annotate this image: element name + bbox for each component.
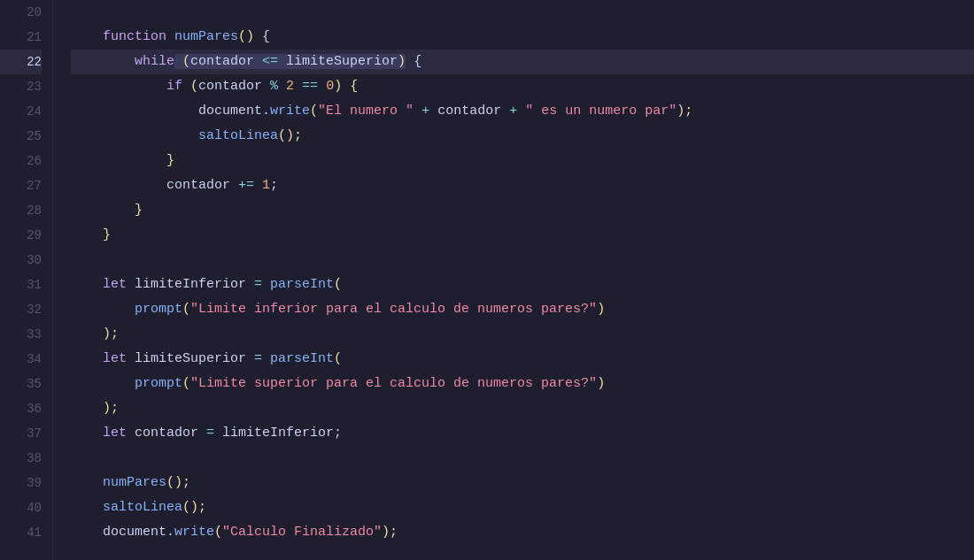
line-number-20: 20 [0, 0, 42, 25]
line-number-29: 29 [0, 223, 42, 248]
line-number-39: 39 [0, 471, 42, 495]
line-number-24: 24 [0, 99, 42, 124]
code-line-38 [71, 446, 974, 471]
code-line-32: prompt("Limite inferior para el calculo … [71, 297, 974, 322]
line-number-34: 34 [0, 347, 42, 372]
code-line-24: document.write("El numero " + contador +… [71, 99, 974, 124]
code-line-40: saltoLinea(); [71, 495, 974, 520]
code-line-29: } [71, 223, 974, 248]
code-content[interactable]: function numPares() { while (contador <=… [53, 0, 974, 560]
line-number-28: 28 [0, 198, 42, 223]
line-number-38: 38 [0, 446, 42, 471]
line-number-21: 21 [0, 25, 42, 50]
code-line-31: let limiteInferior = parseInt( [71, 272, 974, 297]
line-number-31: 31 [0, 272, 42, 297]
line-number-36: 36 [0, 396, 42, 421]
line-number-40: 40 [0, 495, 42, 520]
line-number-41: 41 [0, 520, 42, 545]
code-line-36: ); [71, 396, 974, 421]
code-line-20 [71, 0, 974, 25]
line-number-37: 37 [0, 421, 42, 446]
code-line-34: let limiteSuperior = parseInt( [71, 347, 974, 372]
code-line-33: ); [71, 322, 974, 347]
code-line-28: } [71, 198, 974, 223]
code-line-37: let contador = limiteInferior; [71, 421, 974, 446]
code-line-39: numPares(); [71, 471, 974, 495]
code-line-25: saltoLinea(); [71, 124, 974, 149]
highlight-region: (contador <= limiteSuperior) [174, 54, 406, 69]
line-numbers: 2021222324252627282930313233343536373839… [0, 0, 53, 560]
line-number-25: 25 [0, 124, 42, 149]
line-number-22: 22 [0, 50, 42, 74]
code-line-22: while (contador <= limiteSuperior) { [71, 50, 974, 74]
code-line-26: } [71, 149, 974, 173]
code-line-35: prompt("Limite superior para el calculo … [71, 372, 974, 396]
code-line-21: function numPares() { [71, 25, 974, 50]
line-number-35: 35 [0, 372, 42, 396]
line-number-23: 23 [0, 74, 42, 99]
code-line-30 [71, 248, 974, 272]
code-line-41: document.write("Calculo Finalizado"); [71, 520, 974, 545]
code-line-27: contador += 1; [71, 173, 974, 198]
code-line-23: if (contador % 2 == 0) { [71, 74, 974, 99]
code-editor: 2021222324252627282930313233343536373839… [0, 0, 974, 560]
line-number-33: 33 [0, 322, 42, 347]
line-number-27: 27 [0, 173, 42, 198]
line-number-32: 32 [0, 297, 42, 322]
line-number-30: 30 [0, 248, 42, 272]
line-number-26: 26 [0, 149, 42, 173]
